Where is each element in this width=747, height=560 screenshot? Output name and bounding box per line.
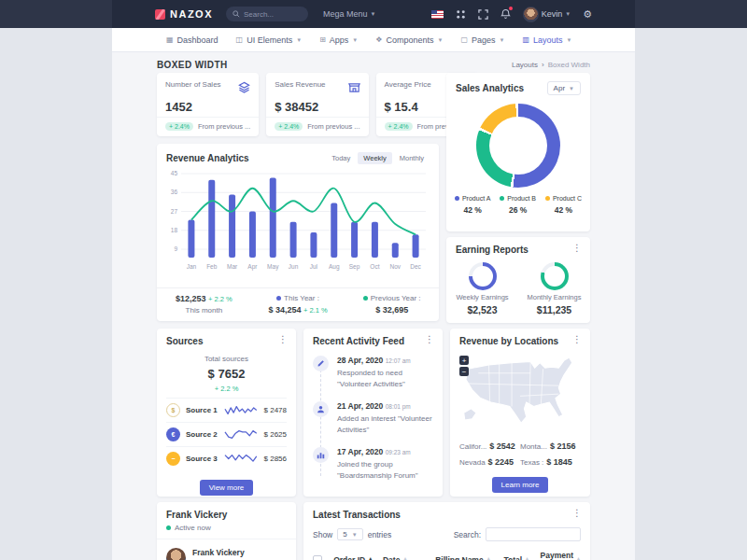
- location-value: $ 1845: [546, 457, 572, 467]
- range-button-today[interactable]: Today: [326, 152, 356, 164]
- table-search-input[interactable]: [486, 527, 581, 541]
- this-year-label: This Year :: [284, 294, 319, 302]
- menu-item-pages[interactable]: ▢Pages▼: [460, 35, 504, 45]
- range-button-weekly[interactable]: Weekly: [358, 152, 391, 164]
- kebab-menu-icon[interactable]: ⋮: [572, 244, 582, 253]
- topbar-search[interactable]: [226, 7, 308, 21]
- menu-item-apps[interactable]: ⊞Apps▼: [319, 35, 358, 45]
- content: BOXED WIDTH Layouts › Boxed Width Number…: [112, 52, 635, 560]
- svg-text:Jun: Jun: [289, 263, 299, 270]
- sources-title: Sources: [166, 336, 287, 346]
- column-header-billing-name[interactable]: Billing Name▲▼: [435, 555, 503, 560]
- settings-gear-icon[interactable]: ⚙: [583, 8, 592, 21]
- legend-value: 42 %: [455, 205, 490, 215]
- revenue-chart: 918273645JanFebMarAprMayJunJulAugSepOctN…: [162, 166, 431, 273]
- search-label: Search:: [454, 530, 481, 539]
- legend-dot: [500, 196, 504, 201]
- chevron-down-icon: ▼: [567, 37, 572, 43]
- sources-list: $Source 1$ 2478€Source 2$ 2625−Source 3$…: [166, 398, 287, 470]
- activity-timeline: 28 Apr, 2020 12:07 amResponded to need "…: [313, 356, 433, 482]
- source-row[interactable]: €Source 2$ 2625: [166, 422, 287, 446]
- source-name: Source 2: [186, 430, 218, 439]
- coin-outline-icon: $: [166, 403, 180, 417]
- transactions-controls: Show 5 ▼ entries Search:: [313, 527, 581, 541]
- usa-map[interactable]: + −: [458, 354, 583, 436]
- source-row[interactable]: −Source 3$ 2856: [166, 446, 287, 470]
- usa-map-svg: [458, 354, 583, 432]
- map-zoom-in-button[interactable]: +: [459, 356, 469, 365]
- chart-icon: [313, 447, 329, 463]
- stat-card-2: Sales Revenue$ 38452+ 2.4%From previous …: [266, 73, 368, 136]
- brand-name: NAZOX: [170, 8, 213, 20]
- earning-items: Weekly Earnings$2,523Monthly Earnings$11…: [446, 262, 590, 315]
- topbar-actions: Kevin ▼ ⚙: [431, 7, 592, 22]
- user-name-label: Kevin: [542, 9, 563, 19]
- search-input[interactable]: [244, 10, 300, 19]
- menu-item-layouts[interactable]: ▥Layouts▼: [523, 35, 572, 45]
- range-button-monthly[interactable]: Monthly: [394, 152, 430, 164]
- bar-Oct: [372, 222, 378, 258]
- stat-card-1: Number of Sales1452+ 2.4%From previous .…: [157, 73, 259, 136]
- month-label: This month: [157, 305, 251, 316]
- column-header-total[interactable]: Total▲▼: [503, 555, 540, 560]
- brand[interactable]: NAZOX: [155, 8, 213, 20]
- stat-card-title: Number of Sales: [165, 80, 221, 89]
- location-stat: Nevada$ 2245: [459, 457, 520, 467]
- column-header-payment-status[interactable]: Payment Status▲▼: [541, 551, 581, 560]
- range-buttons: TodayWeeklyMonthly: [326, 152, 430, 164]
- location-value: $ 2542: [489, 441, 515, 451]
- learn-more-button[interactable]: Learn more: [492, 477, 549, 493]
- menu-item-label: Apps: [330, 35, 349, 45]
- source-row[interactable]: $Source 1$ 2478: [166, 398, 287, 422]
- stat-cards-row: Number of Sales1452+ 2.4%From previous .…: [157, 73, 439, 136]
- language-flag-icon[interactable]: [431, 10, 444, 19]
- topbar: NAZOX Mega Menu ▼: [0, 0, 747, 28]
- view-more-button[interactable]: View more: [200, 480, 254, 496]
- apps-grid-icon[interactable]: [456, 9, 466, 20]
- period-select[interactable]: Apr ▼: [547, 81, 581, 95]
- breadcrumb-layouts[interactable]: Layouts: [512, 61, 538, 69]
- prev-year-dot: [363, 296, 368, 301]
- entries-value: 5: [343, 530, 346, 539]
- location-stat: Texas :$ 1845: [520, 457, 581, 467]
- legend-label: Product C: [545, 195, 582, 202]
- kebab-menu-icon[interactable]: ⋮: [572, 335, 582, 344]
- kebab-menu-icon[interactable]: ⋮: [278, 335, 288, 344]
- revenue-analytics-card: Revenue Analytics TodayWeeklyMonthly 918…: [157, 144, 439, 321]
- menu-item-components[interactable]: ❖Components▼: [375, 35, 443, 45]
- menu-item-ui-elements[interactable]: ◫UI Elements▼: [236, 35, 303, 45]
- legend-item-product-c: Product C42 %: [545, 195, 582, 215]
- fullscreen-icon[interactable]: [478, 9, 488, 20]
- bar-Apr: [249, 212, 256, 259]
- location-label: Texas :: [520, 458, 543, 467]
- bar-Jun: [290, 222, 297, 258]
- column-header-order-id[interactable]: Order ID▲▼: [333, 555, 383, 560]
- svg-text:27: 27: [171, 208, 178, 215]
- this-year-delta: + 2.1 %: [303, 306, 328, 315]
- stat-card-value: 1452: [165, 100, 250, 114]
- menu-item-label: UI Elements: [247, 35, 292, 45]
- mega-menu-button[interactable]: Mega Menu ▼: [323, 9, 375, 19]
- notifications-bell-icon[interactable]: [500, 8, 511, 20]
- chat-status: Active now: [166, 524, 287, 532]
- legend-dot: [455, 196, 459, 201]
- sales-analytics-card: Sales Analytics Apr ▼ Product A42 %Produ…: [446, 73, 590, 231]
- search-icon: [233, 10, 240, 18]
- donut-chart: [476, 104, 560, 188]
- stat-badge: + 2.4%: [165, 122, 193, 131]
- radial-progress: [541, 262, 569, 290]
- pages-icon: ▢: [460, 35, 468, 44]
- user-menu[interactable]: Kevin ▼: [523, 7, 571, 22]
- nazox-logo-icon: [155, 9, 165, 20]
- map-zoom-out-button[interactable]: −: [459, 367, 469, 376]
- apps-icon: ⊞: [319, 35, 326, 44]
- entries-select[interactable]: 5 ▼: [337, 528, 362, 540]
- sparkline-chart: [223, 427, 259, 441]
- kebab-menu-icon[interactable]: ⋮: [425, 335, 434, 344]
- kebab-menu-icon[interactable]: ⋮: [572, 509, 582, 518]
- select-all-checkbox[interactable]: [313, 555, 322, 560]
- bar-Dec: [413, 234, 419, 258]
- menu-item-dashboard[interactable]: ▦Dashboard: [166, 35, 218, 45]
- column-header-date[interactable]: Date▲▼: [383, 555, 435, 560]
- bar-Feb: [208, 180, 215, 258]
